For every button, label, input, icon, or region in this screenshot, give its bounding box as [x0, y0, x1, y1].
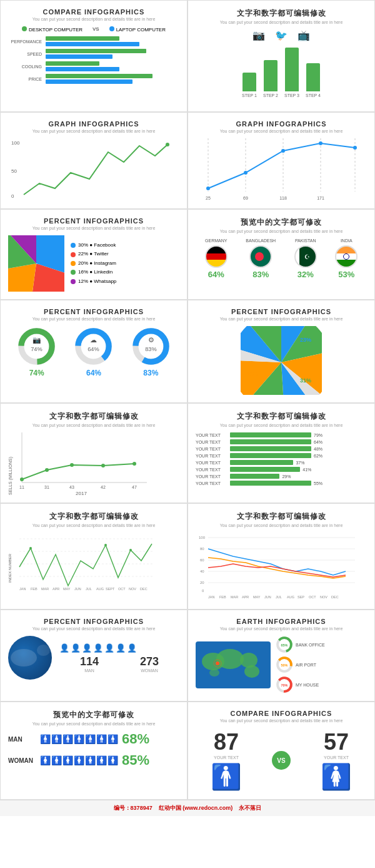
country-pakistan: PAKISTAN ☪ 32%	[294, 238, 317, 279]
bar-chart: STEP 1 STEP 2 STEP 3 STEP 4	[196, 48, 367, 98]
cell-subtitle: You can put your second description and …	[196, 20, 367, 24]
svg-point-100	[240, 653, 258, 668]
men-icons: 👤👤👤👤👤👤👤	[59, 643, 179, 653]
svg-text:74%: 74%	[31, 346, 42, 352]
svg-text:MAY: MAY	[63, 587, 71, 591]
cell-title: COMPARE INFOGRAPHICS	[8, 8, 179, 16]
vs-right: 57 YOUR TEXT 🚺	[321, 729, 352, 792]
line-zh-svg: 11 31 43 42 47 2017	[12, 432, 150, 495]
cell-pie-2: PERCENT INFOGRAPHICS You can put your se…	[188, 300, 375, 403]
bar-col-1: STEP 1	[242, 73, 257, 98]
svg-text:100: 100	[199, 536, 206, 539]
svg-point-11	[244, 171, 248, 175]
icon-youtube: 📺	[298, 29, 310, 41]
cell-wavy: 文字和数字都可编辑修改 You can put your second desc…	[0, 503, 188, 610]
stat-donut-2: 50%	[276, 656, 293, 673]
svg-text:APR: APR	[242, 595, 249, 599]
cell-countries: 预览中的文字都可修改 You can put your second descr…	[188, 209, 375, 300]
stat-donut-3: 70%	[276, 676, 293, 693]
social-icons: 📷 🐦 📺	[196, 29, 367, 41]
cell-earth: EARTH INFOGRAPHICS You can put your seco…	[188, 610, 375, 702]
svg-text:70%: 70%	[281, 683, 288, 687]
woman-icon: 🚺	[40, 755, 51, 765]
earth-stats: 65% BANK OFFICE 50% AIR PORT	[276, 636, 325, 693]
country-germany: GERMANY 64%	[205, 238, 228, 279]
woman-icon: 🚺	[74, 755, 84, 765]
svg-text:64%: 64%	[88, 346, 100, 352]
svg-point-47	[45, 468, 49, 472]
cell-title: 预览中的文字都可修改	[8, 710, 179, 720]
donut-row: 📷 74% 74% ☁ 64% 64% ⚙	[8, 326, 179, 377]
svg-text:NOV: NOV	[320, 595, 328, 599]
svg-text:36%: 36%	[247, 371, 258, 377]
svg-text:AUG: AUG	[96, 587, 104, 591]
svg-text:118: 118	[279, 196, 287, 200]
bar-col-3: STEP 3	[284, 48, 299, 98]
cell-gender: 预览中的文字都可修改 You can put your second descr…	[0, 702, 188, 800]
svg-point-13	[319, 141, 322, 145]
man-icon: 🚹	[85, 734, 96, 744]
svg-text:MAR: MAR	[41, 587, 49, 591]
svg-text:50: 50	[11, 168, 17, 174]
cell-title: PERCENT INFOGRAPHICS	[8, 217, 179, 225]
cell-title: 文字和数字都可编辑修改	[196, 8, 367, 19]
svg-text:40: 40	[200, 569, 204, 573]
line-chart-zh-wrap: SELLS (MILLIONS) 11 31 43 42 47 2017	[8, 432, 179, 495]
stat-donut-1: 65%	[276, 636, 293, 653]
pie-section: 30% ● Facebook 22% ● Twitter 20% ● Insta…	[8, 235, 179, 292]
cell-multiline: 文字和数字都可编辑修改 You can put your second desc…	[188, 503, 375, 610]
svg-text:📷: 📷	[32, 335, 41, 344]
cell-globe: PERCENT INFOGRAPHICS You can put your se…	[0, 610, 188, 702]
svg-point-10	[206, 186, 210, 190]
cell-subtitle: You can put your second description and …	[196, 423, 367, 427]
cell-graph-2: GRAPH INFOGRAPHICS You can put your seco…	[188, 112, 375, 209]
cell-subtitle: You can put your second description and …	[8, 317, 179, 321]
cell-compare-infographics: COMPARE INFOGRAPHICS You can put your se…	[0, 0, 188, 112]
svg-point-49	[70, 463, 74, 467]
vs-badge: VS	[272, 751, 291, 770]
line-chart-2-wrap: 25 69 118 171	[196, 138, 367, 201]
cell-title: EARTH INFOGRAPHICS	[196, 618, 367, 625]
svg-point-23	[11, 238, 61, 288]
man-icon-inactive: 🚹	[96, 734, 107, 744]
svg-text:☁: ☁	[90, 336, 97, 344]
svg-text:JUN: JUN	[264, 595, 271, 599]
cell-subtitle: You can put your second description and …	[8, 722, 179, 726]
svg-text:50%: 50%	[281, 663, 288, 667]
svg-text:69: 69	[243, 196, 248, 200]
wavy-svg: JAN FEB MAR APR MAY JUN JUL AUG SEPT OCT…	[13, 533, 157, 595]
cell-title: 文字和数字都可编辑修改	[196, 411, 367, 422]
cell-subtitle: You can put your second description and …	[8, 226, 179, 230]
people-counts: 👤👤👤👤👤👤👤 114 MAN 273 WOMAN	[59, 643, 179, 673]
legend-laptop: LAPTOP COMPUTER	[109, 26, 166, 33]
pie-2-wrap: 23% 31% 36%	[196, 326, 367, 395]
svg-point-51	[101, 464, 105, 467]
cell-subtitle: You can put your second description and …	[8, 523, 179, 528]
svg-text:DEC: DEC	[140, 587, 148, 591]
svg-text:83%: 83%	[145, 346, 157, 352]
svg-text:100: 100	[11, 140, 20, 146]
pie-legend: 30% ● Facebook 22% ● Twitter 20% ● Insta…	[71, 241, 116, 286]
cell-subtitle: You can put your second description and …	[8, 626, 179, 631]
donut-svg-2: ☁ 64%	[73, 326, 114, 367]
woman-icon: 🚺	[51, 755, 62, 765]
svg-text:FEB: FEB	[31, 587, 38, 591]
vs-center: VS	[272, 751, 291, 770]
cell-subtitle: You can put your second description and …	[196, 718, 367, 723]
line-chart-2-svg: 25 69 118 171	[196, 138, 358, 201]
cell-donuts: PERCENT INFOGRAPHICS You can put your se…	[0, 300, 188, 403]
svg-text:43: 43	[69, 485, 74, 489]
donut-gear: ⚙ 83% 83%	[131, 326, 171, 377]
bar-col-4: STEP 4	[306, 63, 321, 98]
svg-text:80: 80	[200, 547, 204, 551]
male-figure: 🚹	[211, 762, 242, 792]
svg-point-102	[209, 669, 219, 677]
svg-text:OCT: OCT	[118, 587, 126, 591]
bar-fill	[285, 48, 299, 91]
cell-title: PERCENT INFOGRAPHICS	[196, 308, 367, 315]
man-icons: 🚹 🚹 🚹 🚹 🚹 🚹 🚹	[40, 734, 118, 744]
earth-section: 65% BANK OFFICE 50% AIR PORT	[196, 636, 367, 693]
bar-fill	[306, 63, 320, 91]
svg-text:20: 20	[200, 581, 204, 585]
icon-camera: 📷	[252, 29, 265, 41]
